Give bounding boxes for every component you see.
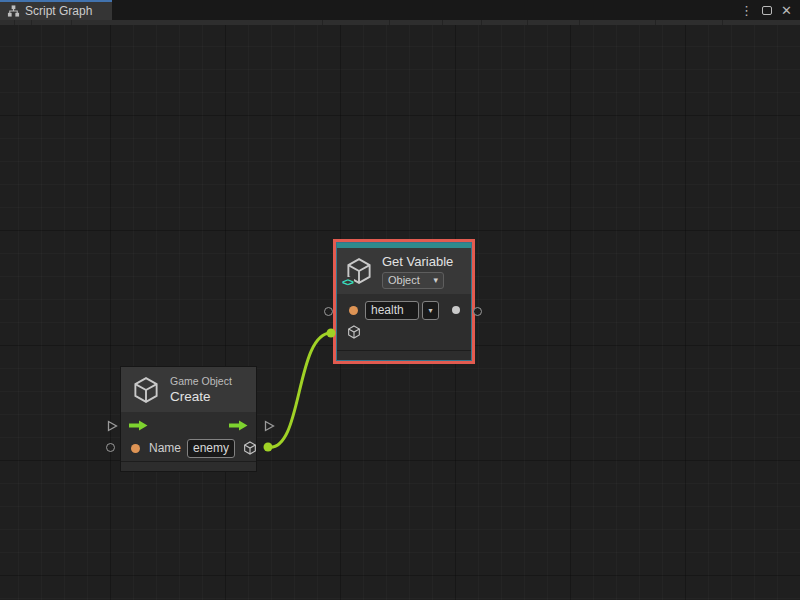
variable-scope-dropdown[interactable]: Object ▾ [382, 272, 444, 289]
value-output-connector[interactable] [473, 307, 482, 316]
get-variable-header: <> Get Variable Object ▾ [337, 248, 471, 294]
chevron-down-icon: ▾ [433, 275, 438, 285]
name-input-connector[interactable] [106, 443, 115, 452]
tab-script-graph[interactable]: Script Graph [0, 0, 112, 20]
menu-icon[interactable]: ⋮ [740, 4, 753, 17]
get-variable-node-selection: <> Get Variable Object ▾ health [333, 239, 475, 364]
script-graph-window: Script Graph ⋮ ✕ i <×> enemy Z [0, 0, 800, 600]
node-footer [121, 461, 256, 471]
title-bar: Script Graph ⋮ ✕ [0, 0, 800, 20]
variable-name-dropdown[interactable]: ▾ [422, 301, 439, 320]
close-icon[interactable]: ✕ [781, 4, 792, 17]
game-object-cube-icon: <> [344, 256, 374, 286]
game-object-cube-icon [131, 375, 161, 405]
object-input-row [337, 323, 471, 341]
flow-input-arrow-icon[interactable] [129, 420, 148, 431]
game-object-output-port[interactable] [242, 440, 258, 456]
create-node-header: Game Object Create [121, 367, 256, 412]
variable-name-connector[interactable] [324, 307, 333, 316]
connection-wire[interactable] [268, 333, 331, 447]
node-title: Create [170, 389, 232, 404]
node-title: Get Variable [382, 254, 453, 269]
flow-output-arrow-icon[interactable] [229, 420, 248, 431]
node-footer [337, 350, 471, 360]
object-input-port[interactable] [346, 324, 362, 340]
variable-badge-icon: <> [341, 277, 354, 288]
maximize-icon[interactable] [762, 6, 772, 15]
name-label: Name [149, 441, 181, 455]
variable-name-field[interactable]: health [365, 301, 419, 320]
tab-title: Script Graph [25, 4, 92, 18]
value-output-port[interactable] [452, 306, 460, 314]
chevron-down-icon: ▾ [428, 306, 432, 315]
flow-output-connector[interactable] [262, 419, 276, 437]
flow-ports-row [121, 417, 256, 433]
node-category: Game Object [170, 375, 232, 387]
create-game-object-node[interactable]: Game Object Create Name enemy [120, 366, 257, 472]
window-controls: ⋮ ✕ [740, 0, 800, 20]
graph-canvas[interactable]: <> Get Variable Object ▾ health [0, 25, 800, 600]
name-input-port[interactable] [131, 444, 140, 453]
get-variable-node[interactable]: <> Get Variable Object ▾ health [336, 242, 472, 361]
name-input-port[interactable] [349, 306, 358, 315]
graph-tab-icon [7, 5, 20, 17]
name-value-field[interactable]: enemy [187, 439, 235, 458]
flow-input-connector[interactable] [105, 419, 119, 437]
name-input-row: Name enemy [121, 438, 256, 458]
variable-name-row: health ▾ [337, 300, 471, 320]
